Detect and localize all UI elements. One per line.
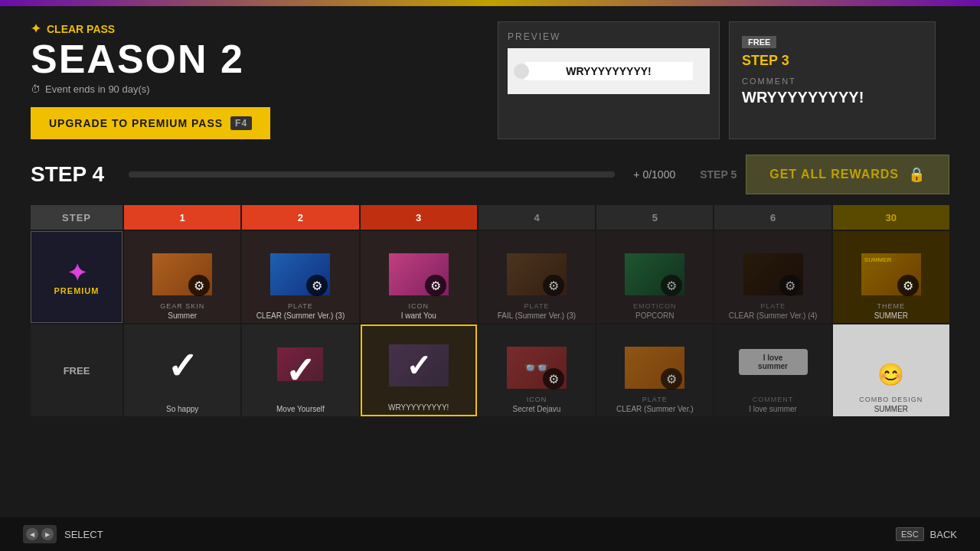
event-timer: ⏱ Event ends in 90 day(s) (31, 83, 475, 95)
upgrade-premium-button[interactable]: UPGRADE TO PREMIUM PASS F4 (31, 107, 270, 139)
get-all-rewards-button[interactable]: GET ALL REWARDS 🔒 (746, 155, 949, 194)
free-row-label-cell: FREE (31, 324, 122, 416)
progress-text: + 0/1000 (633, 168, 675, 181)
plate-label-4: PLATE (524, 302, 550, 310)
combo-label: COMBO DESIGN (859, 396, 923, 403)
esc-key: ESC (896, 527, 924, 541)
bottom-bar: ◀ ▶ SELECT ESC BACK (0, 517, 980, 551)
steam-icon-1: ⚙ (188, 275, 210, 296)
cards-grid: STEP 1 2 3 4 5 6 30 ✦ PREMIUM ⚙ GEAR (31, 205, 949, 416)
progress-bar (129, 171, 615, 178)
free-label: FREE (64, 328, 90, 413)
controller-icon: ◀ ▶ (23, 525, 57, 543)
step3-title: STEP 3 (742, 53, 923, 69)
get-rewards-label: GET ALL REWARDS (769, 168, 899, 181)
gear-skin-name: Summer (168, 311, 197, 320)
icon-label-3: ICON (408, 302, 429, 310)
col-header-step: STEP (31, 205, 122, 230)
f4-key-badge: F4 (230, 116, 252, 130)
comment-label-f6: COMMENT (753, 396, 794, 403)
free-name-3: WRYYYYYYYYY! (388, 403, 449, 412)
premium-card-6[interactable]: ⚙ PLATE CLEAR (Summer Ver.) (4) (714, 231, 831, 323)
bottom-select-area: ◀ ▶ SELECT (23, 525, 103, 543)
col-header-3: 3 (361, 205, 477, 230)
free-card-30[interactable]: 😊 COMBO DESIGN SUMMER (833, 324, 949, 416)
premium-card-30[interactable]: SUMMER ⚙ THEME SUMMER (833, 231, 949, 323)
combo-name: SUMMER (874, 405, 908, 413)
plate-name-4: FAIL (Summer Ver.) (3) (498, 311, 576, 320)
free-card-5[interactable]: ⚙ PLATE CLEAR (Summer Ver.) (596, 324, 713, 416)
col-header-2: 2 (242, 205, 358, 230)
col-header-5: 5 (596, 205, 713, 230)
col-header-6: 6 (714, 205, 831, 230)
preview-panel: PREVIEW WRYYYYYYYYY! (498, 21, 720, 139)
comment-name-f6: I love summer (749, 405, 797, 413)
premium-card-1[interactable]: ⚙ GEAR SKIN Summer (124, 231, 240, 323)
plus-icon: ✦ (31, 21, 41, 36)
btn-left: ◀ (26, 528, 38, 540)
checkmark-1: ✓ (167, 344, 198, 387)
preview-text: WRYYYYYYYYY! (524, 62, 693, 80)
steam-icon-6: ⚙ (779, 275, 801, 296)
gear-skin-label: GEAR SKIN (160, 302, 204, 310)
free-card-2[interactable]: ✓ Move Yourself (242, 324, 358, 416)
plate-name-6: CLEAR (Summer Ver.) (4) (729, 311, 818, 320)
event-timer-text: Event ends in 90 day(s) (45, 83, 150, 95)
comment-label: COMMENT (742, 77, 923, 86)
theme-label: THEME (877, 302, 906, 310)
premium-card-4[interactable]: ⚙ PLATE FAIL (Summer Ver.) (3) (479, 231, 595, 323)
icon-name-3: I want You (401, 311, 436, 320)
upgrade-btn-label: UPGRADE TO PREMIUM PASS (49, 117, 223, 129)
back-label: BACK (930, 529, 957, 540)
free-name-1: So happy (166, 405, 198, 413)
emoticon-label-5: EMOTICON (633, 302, 677, 310)
premium-plus-icon: ✦ (67, 259, 87, 286)
col-header-4: 4 (479, 205, 595, 230)
preview-label: PREVIEW (508, 31, 710, 42)
step5-label: STEP 5 (700, 168, 737, 181)
premium-text: PREMIUM (54, 286, 100, 295)
icon-name-f4: Secret Dejavu (513, 405, 561, 413)
plate-name-f5: CLEAR (Summer Ver.) (616, 405, 694, 413)
steam-icon-4: ⚙ (543, 275, 564, 296)
bottom-back-area: ESC BACK (896, 527, 957, 541)
free-card-1[interactable]: ✓ So happy (124, 324, 240, 416)
comment-text: WRYYYYYYYYY! (742, 89, 923, 106)
top-gradient-bar (0, 0, 980, 6)
col-header-1: 1 (124, 205, 240, 230)
premium-card-3[interactable]: ⚙ ICON I want You (361, 231, 477, 323)
season-title: SEASON 2 (31, 39, 475, 79)
free-card-3-selected[interactable]: ✓ WRYYYYYYYYY! (361, 324, 477, 416)
premium-card-5[interactable]: ⚙ EMOTICON POPCORN (596, 231, 713, 323)
comment-bubble: I love summer (739, 349, 808, 375)
plate-label-6: PLATE (760, 302, 786, 310)
preview-slider (514, 64, 529, 79)
premium-row-label-cell: ✦ PREMIUM (31, 231, 122, 323)
plate-label-2: PLATE (288, 302, 313, 310)
icon-label-f4: ICON (527, 396, 547, 403)
steam-icon-f4: ⚙ (543, 368, 564, 390)
plate-label-f5: PLATE (642, 396, 668, 403)
lock-icon: 🔒 (908, 166, 926, 183)
step3-panel: FREE STEP 3 COMMENT WRYYYYYYYYY! (729, 21, 936, 139)
preview-content: WRYYYYYYYYY! (508, 48, 710, 94)
free-badge: FREE (742, 36, 776, 48)
steam-icon-3: ⚙ (425, 275, 446, 296)
free-card-6[interactable]: I love summer COMMENT I love summer (714, 324, 831, 416)
step4-label: STEP 4 (31, 162, 104, 187)
clear-pass-label: ✦ CLEAR PASS (31, 21, 475, 36)
checkmark-3: ✓ (406, 348, 432, 383)
premium-card-2[interactable]: ⚙ PLATE CLEAR (Summer Ver.) (3) (242, 231, 358, 323)
cards-section: STEP 1 2 3 4 5 6 30 ✦ PREMIUM ⚙ GEAR (31, 205, 949, 536)
checkmark-2: ✓ (285, 349, 315, 392)
theme-name: SUMMER (874, 311, 908, 320)
emoticon-name-5: POPCORN (635, 311, 675, 320)
plate-name-2: CLEAR (Summer Ver.) (3) (256, 311, 345, 320)
free-card-4[interactable]: 👓 ⚙ ICON Secret Dejavu (479, 324, 595, 416)
select-label: SELECT (64, 529, 103, 540)
clear-pass-text: CLEAR PASS (47, 23, 115, 35)
btn-right: ▶ (41, 528, 54, 540)
col-header-30: 30 (833, 205, 949, 230)
steam-icon-30: ⚙ (897, 275, 919, 296)
combo-design-thumb: 😊 (861, 354, 921, 396)
